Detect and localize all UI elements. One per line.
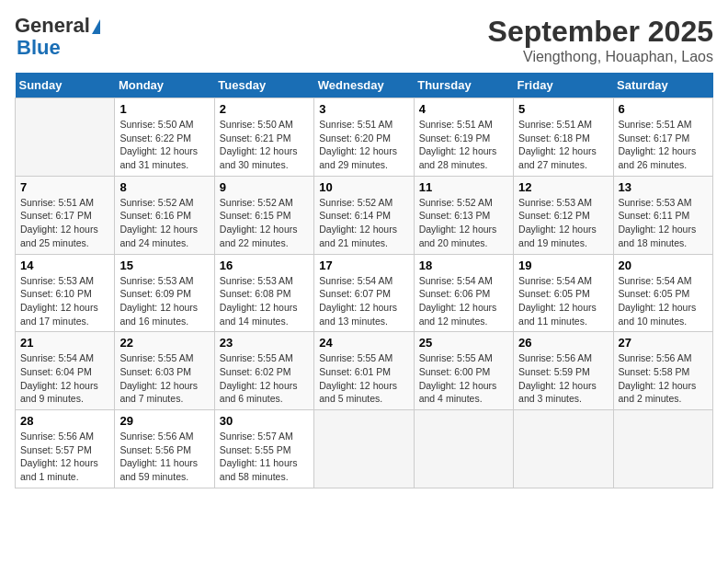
calendar-table: SundayMondayTuesdayWednesdayThursdayFrid…: [15, 73, 713, 488]
day-number: 3: [319, 102, 408, 116]
day-info: Sunrise: 5:50 AMSunset: 6:21 PMDaylight:…: [220, 118, 309, 172]
day-info: Sunrise: 5:56 AMSunset: 5:56 PMDaylight:…: [119, 430, 209, 484]
calendar-cell: [314, 410, 414, 488]
calendar-cell: 15Sunrise: 5:53 AMSunset: 6:09 PMDayligh…: [115, 254, 214, 332]
day-info: Sunrise: 5:55 AMSunset: 6:03 PMDaylight:…: [119, 351, 209, 406]
day-info: Sunrise: 5:51 AMSunset: 6:19 PMDaylight:…: [419, 118, 508, 172]
day-info: Sunrise: 5:51 AMSunset: 6:17 PMDaylight:…: [20, 196, 109, 250]
logo: General Blue: [15, 15, 102, 59]
day-info: Sunrise: 5:54 AMSunset: 6:05 PMDaylight:…: [619, 274, 708, 328]
day-info: Sunrise: 5:52 AMSunset: 6:15 PMDaylight:…: [220, 196, 309, 250]
col-header-saturday: Saturday: [613, 73, 712, 98]
calendar-week-3: 14Sunrise: 5:53 AMSunset: 6:10 PMDayligh…: [16, 254, 713, 332]
day-number: 9: [220, 180, 309, 194]
day-number: 16: [220, 259, 309, 272]
day-number: 30: [220, 414, 309, 428]
calendar-cell: 17Sunrise: 5:54 AMSunset: 6:07 PMDayligh…: [314, 254, 414, 332]
day-number: 22: [119, 336, 209, 350]
col-header-sunday: Sunday: [16, 73, 115, 98]
calendar-cell: 2Sunrise: 5:50 AMSunset: 6:21 PMDaylight…: [214, 98, 313, 177]
logo-text: General: [15, 15, 102, 37]
day-number: 29: [119, 414, 209, 428]
day-info: Sunrise: 5:54 AMSunset: 6:04 PMDaylight:…: [20, 351, 109, 406]
day-number: 8: [119, 180, 209, 194]
day-info: Sunrise: 5:53 AMSunset: 6:12 PMDaylight:…: [518, 196, 608, 250]
calendar-cell: 1Sunrise: 5:50 AMSunset: 6:22 PMDaylight…: [115, 98, 214, 177]
day-info: Sunrise: 5:54 AMSunset: 6:05 PMDaylight:…: [518, 274, 608, 328]
calendar-cell: 23Sunrise: 5:55 AMSunset: 6:02 PMDayligh…: [214, 332, 313, 410]
calendar-cell: 14Sunrise: 5:53 AMSunset: 6:10 PMDayligh…: [16, 254, 115, 332]
day-number: 6: [619, 102, 708, 116]
calendar-week-4: 21Sunrise: 5:54 AMSunset: 6:04 PMDayligh…: [16, 332, 713, 410]
day-number: 23: [220, 336, 309, 350]
calendar-cell: [16, 98, 115, 177]
day-info: Sunrise: 5:54 AMSunset: 6:07 PMDaylight:…: [319, 274, 408, 328]
day-number: 20: [619, 259, 708, 272]
day-info: Sunrise: 5:55 AMSunset: 6:00 PMDaylight:…: [419, 351, 508, 406]
calendar-cell: [514, 410, 613, 488]
calendar-cell: 10Sunrise: 5:52 AMSunset: 6:14 PMDayligh…: [314, 176, 414, 254]
calendar-cell: 7Sunrise: 5:51 AMSunset: 6:17 PMDaylight…: [16, 176, 115, 254]
day-number: 1: [119, 102, 209, 116]
calendar-cell: 3Sunrise: 5:51 AMSunset: 6:20 PMDaylight…: [314, 98, 414, 177]
day-number: 26: [518, 336, 608, 350]
col-header-wednesday: Wednesday: [314, 73, 414, 98]
calendar-cell: 26Sunrise: 5:56 AMSunset: 5:59 PMDayligh…: [514, 332, 613, 410]
day-info: Sunrise: 5:51 AMSunset: 6:18 PMDaylight:…: [518, 118, 608, 172]
day-number: 27: [619, 336, 708, 350]
calendar-cell: [414, 410, 513, 488]
calendar-cell: 24Sunrise: 5:55 AMSunset: 6:01 PMDayligh…: [314, 332, 414, 410]
col-header-thursday: Thursday: [414, 73, 513, 98]
day-info: Sunrise: 5:52 AMSunset: 6:16 PMDaylight:…: [119, 196, 209, 250]
calendar-cell: 13Sunrise: 5:53 AMSunset: 6:11 PMDayligh…: [613, 176, 712, 254]
page-title: September 2025: [488, 15, 713, 49]
calendar-header-row: SundayMondayTuesdayWednesdayThursdayFrid…: [16, 73, 713, 98]
col-header-friday: Friday: [514, 73, 613, 98]
calendar-cell: 4Sunrise: 5:51 AMSunset: 6:19 PMDaylight…: [414, 98, 513, 177]
day-info: Sunrise: 5:53 AMSunset: 6:10 PMDaylight:…: [20, 274, 109, 328]
day-number: 10: [319, 180, 408, 194]
day-info: Sunrise: 5:53 AMSunset: 6:11 PMDaylight:…: [619, 196, 708, 250]
calendar-cell: 16Sunrise: 5:53 AMSunset: 6:08 PMDayligh…: [214, 254, 313, 332]
day-number: 12: [518, 180, 608, 194]
calendar-cell: 28Sunrise: 5:56 AMSunset: 5:57 PMDayligh…: [16, 410, 115, 488]
day-info: Sunrise: 5:56 AMSunset: 5:57 PMDaylight:…: [20, 430, 109, 484]
col-header-monday: Monday: [115, 73, 214, 98]
calendar-cell: 30Sunrise: 5:57 AMSunset: 5:55 PMDayligh…: [214, 410, 313, 488]
calendar-cell: 19Sunrise: 5:54 AMSunset: 6:05 PMDayligh…: [514, 254, 613, 332]
day-number: 5: [518, 102, 608, 116]
calendar-cell: 27Sunrise: 5:56 AMSunset: 5:58 PMDayligh…: [613, 332, 712, 410]
day-info: Sunrise: 5:56 AMSunset: 5:58 PMDaylight:…: [619, 351, 708, 406]
calendar-cell: 9Sunrise: 5:52 AMSunset: 6:15 PMDaylight…: [214, 176, 313, 254]
calendar-cell: 8Sunrise: 5:52 AMSunset: 6:16 PMDaylight…: [115, 176, 214, 254]
day-info: Sunrise: 5:54 AMSunset: 6:06 PMDaylight:…: [419, 274, 508, 328]
page-header: General Blue September 2025 Viengthong, …: [15, 15, 713, 65]
day-number: 7: [20, 180, 109, 194]
day-info: Sunrise: 5:51 AMSunset: 6:17 PMDaylight:…: [619, 118, 708, 172]
day-info: Sunrise: 5:50 AMSunset: 6:22 PMDaylight:…: [119, 118, 209, 172]
day-number: 13: [619, 180, 708, 194]
calendar-cell: 11Sunrise: 5:52 AMSunset: 6:13 PMDayligh…: [414, 176, 513, 254]
day-number: 19: [518, 259, 608, 272]
day-number: 28: [20, 414, 109, 428]
day-info: Sunrise: 5:55 AMSunset: 6:01 PMDaylight:…: [319, 351, 408, 406]
day-number: 2: [220, 102, 309, 116]
calendar-cell: 29Sunrise: 5:56 AMSunset: 5:56 PMDayligh…: [115, 410, 214, 488]
day-number: 11: [419, 180, 508, 194]
calendar-cell: 5Sunrise: 5:51 AMSunset: 6:18 PMDaylight…: [514, 98, 613, 177]
day-number: 24: [319, 336, 408, 350]
day-number: 21: [20, 336, 109, 350]
calendar-cell: 20Sunrise: 5:54 AMSunset: 6:05 PMDayligh…: [613, 254, 712, 332]
day-number: 25: [419, 336, 508, 350]
day-info: Sunrise: 5:57 AMSunset: 5:55 PMDaylight:…: [220, 430, 309, 484]
day-number: 14: [20, 259, 109, 272]
day-info: Sunrise: 5:56 AMSunset: 5:59 PMDaylight:…: [518, 351, 608, 406]
day-number: 15: [119, 259, 209, 272]
calendar-cell: [613, 410, 712, 488]
day-info: Sunrise: 5:52 AMSunset: 6:14 PMDaylight:…: [319, 196, 408, 250]
day-info: Sunrise: 5:55 AMSunset: 6:02 PMDaylight:…: [220, 351, 309, 406]
title-block: September 2025 Viengthong, Houaphan, Lao…: [488, 15, 713, 65]
day-info: Sunrise: 5:53 AMSunset: 6:09 PMDaylight:…: [119, 274, 209, 328]
calendar-week-5: 28Sunrise: 5:56 AMSunset: 5:57 PMDayligh…: [16, 410, 713, 488]
day-info: Sunrise: 5:51 AMSunset: 6:20 PMDaylight:…: [319, 118, 408, 172]
